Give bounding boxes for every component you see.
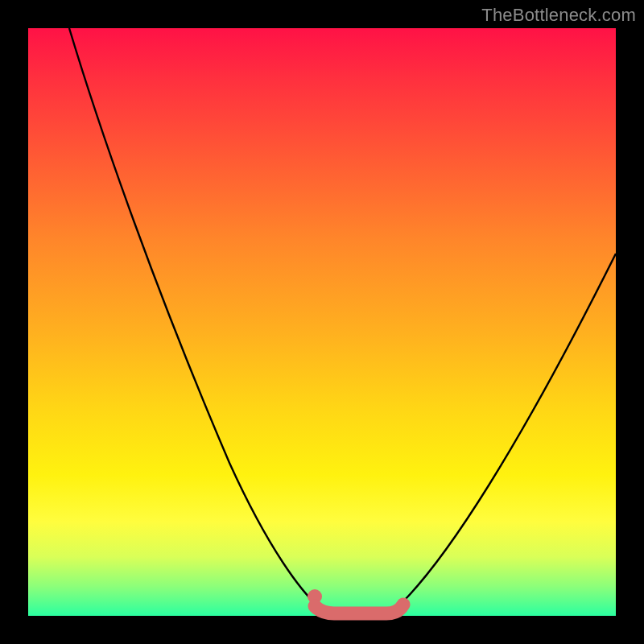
curve-left-branch (69, 28, 318, 606)
flat-region-highlight (315, 605, 403, 613)
watermark-text: TheBottleneck.com (481, 5, 636, 26)
curve-layer (28, 28, 616, 616)
plot-area (28, 28, 616, 616)
chart-frame: TheBottleneck.com (0, 0, 644, 644)
curve-right-branch (398, 254, 616, 606)
